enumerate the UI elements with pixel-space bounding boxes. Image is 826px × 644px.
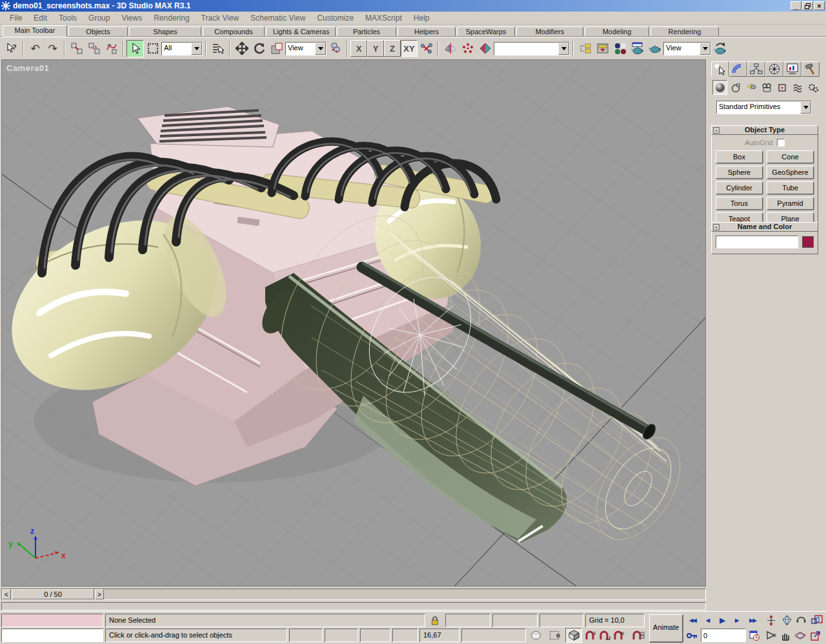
current-frame-input[interactable]	[701, 630, 745, 642]
tab-shapes[interactable]: Shapes	[129, 26, 201, 36]
combo-arrow-button[interactable]	[558, 43, 569, 55]
align-button[interactable]	[476, 40, 494, 57]
field-of-view-button[interactable]	[764, 629, 778, 642]
tab-rendering[interactable]: Rendering	[650, 26, 719, 36]
select-and-rotate-button[interactable]	[250, 40, 268, 57]
animate-button[interactable]: Animate	[649, 614, 683, 642]
tab-modify[interactable]	[729, 61, 747, 77]
menu-file[interactable]: File	[4, 12, 28, 24]
tab-spacewarps[interactable]: SpaceWarps	[457, 26, 515, 36]
combo-arrow-button[interactable]	[191, 43, 202, 55]
close-button[interactable]: ×	[814, 1, 825, 10]
snap-toggle-button[interactable]	[565, 628, 582, 643]
select-object-button[interactable]	[126, 40, 144, 57]
object-type-header[interactable]: - Object Type	[711, 125, 818, 135]
box-button[interactable]: Box	[716, 150, 763, 163]
reference-coordinate-system-combo[interactable]: View	[285, 42, 327, 55]
previous-frame-arrow[interactable]: <	[2, 589, 11, 599]
truck-camera-button[interactable]	[779, 629, 792, 642]
category-cameras[interactable]	[759, 80, 774, 95]
category-space-warps[interactable]	[790, 80, 805, 95]
tab-create[interactable]	[711, 61, 729, 77]
time-configuration-button[interactable]	[747, 629, 762, 642]
render-type-combo[interactable]: View	[663, 42, 711, 55]
orbit-camera-button[interactable]	[793, 629, 807, 642]
tab-motion[interactable]	[765, 61, 783, 77]
array-button[interactable]	[459, 40, 476, 57]
tab-modeling[interactable]: Modeling	[585, 26, 649, 36]
combo-arrow-button[interactable]	[800, 101, 811, 114]
roll-camera-button[interactable]	[794, 614, 808, 627]
dolly-camera-button[interactable]	[764, 614, 778, 627]
rectangular-selection-region-button[interactable]	[144, 40, 161, 57]
render-last-button[interactable]	[711, 40, 729, 57]
help-mode-button[interactable]: ?	[3, 40, 20, 57]
menu-group[interactable]: Group	[83, 12, 116, 24]
autogrid-checkbox[interactable]	[777, 139, 785, 146]
category-helpers[interactable]	[774, 80, 789, 95]
tab-main-toolbar[interactable]: Main Toolbar	[3, 25, 67, 37]
tab-lights-cameras[interactable]: Lights & Cameras	[266, 26, 336, 36]
maxscript-mini-listener-white[interactable]	[1, 629, 103, 642]
angle-snap-button[interactable]	[598, 629, 611, 642]
spinner-snap-button[interactable]	[631, 629, 645, 642]
object-color-swatch[interactable]	[802, 236, 814, 248]
coord-x-field[interactable]	[445, 614, 490, 627]
geosphere-button[interactable]: GeoSphere	[767, 166, 814, 179]
region-select-mode-button[interactable]	[546, 629, 563, 642]
tab-display[interactable]	[783, 61, 801, 77]
unlink-selection-button[interactable]	[85, 40, 103, 57]
tab-helpers[interactable]: Helpers	[398, 26, 456, 36]
render-scene-button[interactable]	[629, 40, 646, 57]
viewport-label[interactable]: Camera01	[6, 63, 49, 73]
name-color-header[interactable]: - Name and Color	[711, 222, 818, 232]
perspective-button[interactable]	[780, 614, 794, 627]
torus-button[interactable]: Torus	[716, 197, 763, 210]
restrict-y-button[interactable]: Y	[367, 40, 384, 57]
select-and-scale-button[interactable]	[268, 40, 285, 57]
tab-hierarchy[interactable]	[747, 61, 765, 77]
tab-utilities[interactable]	[801, 61, 820, 77]
quick-render-button[interactable]	[646, 40, 663, 57]
combo-arrow-button[interactable]	[700, 43, 710, 55]
menu-edit[interactable]: Edit	[28, 12, 53, 24]
bind-to-space-warp-button[interactable]	[103, 40, 120, 57]
minimize-button[interactable]: _	[791, 1, 801, 10]
tab-compounds[interactable]: Compounds	[203, 26, 265, 36]
menu-customize[interactable]: Customize	[311, 12, 359, 24]
next-frame-button[interactable]: ▶	[730, 614, 743, 627]
time-slider-thumb[interactable]: 0 / 50	[12, 589, 94, 599]
select-and-move-button[interactable]	[233, 40, 250, 57]
snap-3d-button[interactable]: 3	[584, 629, 597, 642]
pyramid-button[interactable]: Pyramid	[767, 197, 814, 210]
degradation-override-button[interactable]	[528, 629, 543, 642]
restrict-x-button[interactable]: X	[350, 40, 367, 57]
menu-maxscript[interactable]: MAXScript	[359, 12, 408, 24]
previous-frame-button[interactable]: ◀	[701, 614, 714, 627]
collapse-icon[interactable]: -	[713, 224, 720, 230]
mirror-button[interactable]	[441, 40, 459, 57]
selection-lock-button[interactable]	[427, 614, 443, 627]
tube-button[interactable]: Tube	[767, 181, 814, 194]
select-and-link-button[interactable]	[68, 40, 85, 57]
collapse-icon[interactable]: -	[713, 127, 720, 134]
restrict-xy-button[interactable]: XY	[401, 40, 418, 57]
subcategory-combo[interactable]: Standard Primitives	[716, 101, 812, 114]
material-editor-button[interactable]	[611, 40, 629, 57]
restrict-z-button[interactable]: Z	[384, 40, 401, 57]
select-by-name-button[interactable]	[209, 40, 227, 57]
tab-modifiers[interactable]: Modifiers	[516, 26, 583, 36]
zoom-extents-all-button[interactable]	[809, 614, 824, 627]
key-mode-toggle-button[interactable]	[685, 629, 699, 642]
sphere-button[interactable]: Sphere	[716, 166, 763, 179]
menu-schematic-view[interactable]: Schematic View	[245, 12, 311, 24]
category-systems[interactable]	[805, 80, 820, 95]
time-slider-track[interactable]: < 0 / 50 >	[1, 589, 706, 600]
named-selection-sets-combo[interactable]	[494, 42, 570, 55]
combo-arrow-button[interactable]	[315, 43, 326, 55]
tab-particles[interactable]: Particles	[337, 26, 396, 36]
menu-views[interactable]: Views	[116, 12, 148, 24]
menu-tools[interactable]: Tools	[53, 12, 83, 24]
open-schematic-view-button[interactable]	[594, 40, 611, 57]
select-and-manipulate-button[interactable]	[418, 40, 435, 57]
